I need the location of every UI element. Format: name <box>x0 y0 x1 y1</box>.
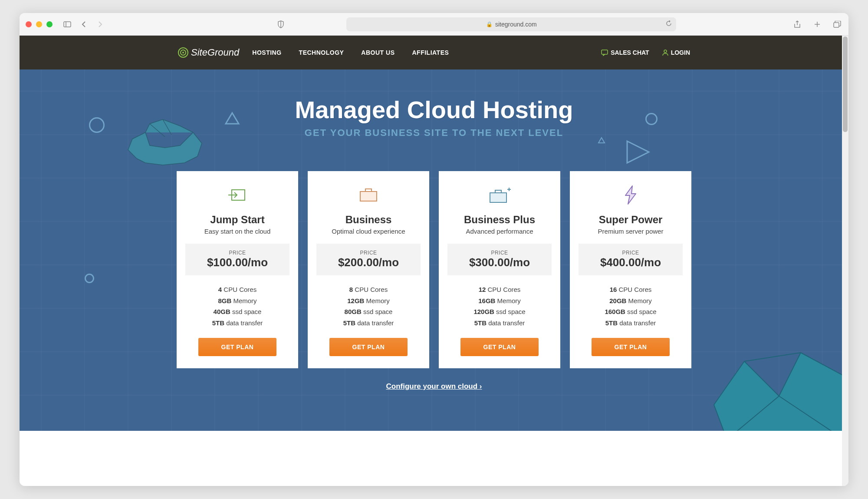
logo-text: SiteGround <box>191 47 239 58</box>
plan-name: Super Power <box>579 214 683 226</box>
site-header: SiteGround HOSTING TECHNOLOGY ABOUT US A… <box>20 36 848 69</box>
refresh-icon[interactable] <box>666 20 672 28</box>
window-controls <box>26 21 53 27</box>
plan-tagline: Optimal cloud experience <box>316 228 421 235</box>
price-label: PRICE <box>322 250 414 256</box>
price-amount: $300.00/mo <box>454 256 546 269</box>
get-plan-button[interactable]: GET PLAN <box>198 338 276 356</box>
window-minimize-button[interactable] <box>36 21 42 27</box>
price-box: PRICE $100.00/mo <box>185 244 289 275</box>
new-tab-icon[interactable] <box>812 19 822 30</box>
scrollbar[interactable] <box>842 36 848 486</box>
price-box: PRICE $400.00/mo <box>579 244 683 275</box>
share-icon[interactable] <box>792 19 802 30</box>
browser-window: 🔒 siteground.com <box>20 13 848 486</box>
logo-icon <box>178 47 188 58</box>
decoration-circle <box>89 117 105 133</box>
content-below <box>20 431 848 461</box>
plan-card-super-power: Super Power Premium server power PRICE $… <box>570 171 691 368</box>
plan-icon <box>579 184 683 206</box>
get-plan-button[interactable]: GET PLAN <box>460 338 539 356</box>
svg-rect-5 <box>834 23 839 27</box>
back-button[interactable] <box>79 19 89 30</box>
address-bar[interactable]: 🔒 siteground.com <box>346 17 676 31</box>
svg-rect-0 <box>64 22 71 27</box>
plan-name: Jump Start <box>185 214 289 226</box>
decoration-cloud-icon <box>124 115 210 176</box>
main-nav: HOSTING TECHNOLOGY ABOUT US AFFILIATES <box>252 49 449 56</box>
svg-rect-12 <box>360 192 377 201</box>
price-amount: $200.00/mo <box>322 256 414 269</box>
nav-link-technology[interactable]: TECHNOLOGY <box>299 49 344 56</box>
sidebar-toggle-icon[interactable] <box>62 19 72 30</box>
get-plan-button[interactable]: GET PLAN <box>592 338 670 356</box>
plan-name: Business Plus <box>447 214 552 226</box>
price-amount: $400.00/mo <box>585 256 677 269</box>
plan-icon <box>316 184 421 206</box>
site-logo[interactable]: SiteGround <box>178 47 239 58</box>
sales-chat-label: SALES CHAT <box>611 49 649 56</box>
get-plan-button[interactable]: GET PLAN <box>329 338 408 356</box>
configure-link-label: Configure your own cloud <box>386 382 477 390</box>
browser-toolbar: 🔒 siteground.com <box>20 13 848 36</box>
plan-tagline: Advanced performance <box>447 228 552 235</box>
decoration-circle <box>645 113 658 125</box>
svg-rect-13 <box>490 193 506 202</box>
plan-specs: 8 CPU Cores 12GB Memory 80GB ssd space 5… <box>316 284 421 328</box>
configure-cloud-link[interactable]: Configure your own cloud › <box>386 382 482 391</box>
window-maximize-button[interactable] <box>46 21 53 27</box>
price-label: PRICE <box>191 250 283 256</box>
plan-specs: 16 CPU Cores 20GB Memory 160GB ssd space… <box>579 284 683 328</box>
page-viewport: SiteGround HOSTING TECHNOLOGY ABOUT US A… <box>20 36 848 486</box>
window-close-button[interactable] <box>26 21 32 27</box>
nav-link-affiliates[interactable]: AFFILIATES <box>412 49 449 56</box>
tabs-overview-icon[interactable] <box>832 19 842 30</box>
plan-name: Business <box>316 214 421 226</box>
forward-button[interactable] <box>95 19 105 30</box>
plan-card-business-plus: Business Plus Advanced performance PRICE… <box>439 171 560 368</box>
plan-specs: 12 CPU Cores 16GB Memory 120GB ssd space… <box>447 284 552 328</box>
nav-link-about-us[interactable]: ABOUT US <box>361 49 395 56</box>
pricing-grid: Jump Start Easy start on the cloud PRICE… <box>37 171 831 368</box>
price-label: PRICE <box>454 250 546 256</box>
chevron-right-icon: › <box>480 382 482 390</box>
lock-icon: 🔒 <box>486 21 493 27</box>
plan-tagline: Premium server power <box>579 228 683 235</box>
svg-point-10 <box>664 50 667 53</box>
plan-icon <box>185 184 289 206</box>
chat-icon <box>601 49 608 56</box>
hero-section: Managed Cloud Hosting GET YOUR BUSINESS … <box>20 69 848 431</box>
hero-subtitle: GET YOUR BUSINESS SITE TO THE NEXT LEVEL <box>37 127 831 139</box>
svg-point-8 <box>182 52 184 53</box>
plan-card-jump-start: Jump Start Easy start on the cloud PRICE… <box>177 171 298 368</box>
svg-rect-9 <box>602 50 608 54</box>
price-box: PRICE $300.00/mo <box>447 244 552 275</box>
decoration-triangle <box>623 137 653 167</box>
user-icon <box>662 49 668 56</box>
nav-link-hosting[interactable]: HOSTING <box>252 49 281 56</box>
shield-icon[interactable] <box>276 19 286 30</box>
sales-chat-link[interactable]: SALES CHAT <box>601 49 649 56</box>
login-label: LOGIN <box>671 49 690 56</box>
plan-card-business: Business Optimal cloud experience PRICE … <box>308 171 429 368</box>
price-amount: $100.00/mo <box>191 256 283 269</box>
hero-title: Managed Cloud Hosting <box>37 96 831 124</box>
plan-icon <box>447 184 552 206</box>
login-link[interactable]: LOGIN <box>662 49 690 56</box>
url-text: siteground.com <box>495 21 537 28</box>
price-box: PRICE $200.00/mo <box>316 244 421 275</box>
scrollbar-thumb[interactable] <box>843 36 848 132</box>
price-label: PRICE <box>585 250 677 256</box>
plan-tagline: Easy start on the cloud <box>185 228 289 235</box>
plan-specs: 4 CPU Cores 8GB Memory 40GB ssd space 5T… <box>185 284 289 328</box>
